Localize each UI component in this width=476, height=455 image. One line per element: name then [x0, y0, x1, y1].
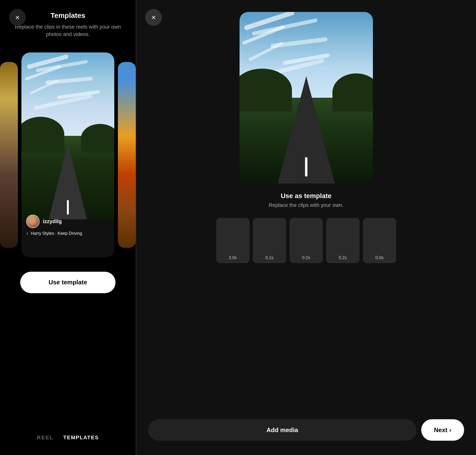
music-text: Harry Styles · Keep Driving — [31, 231, 82, 236]
clip-thumb-3[interactable]: 0.2s — [290, 218, 323, 263]
clip-thumb-5[interactable]: 0.0s — [363, 218, 396, 263]
clip-thumb-2[interactable]: 0.1s — [253, 218, 286, 263]
clip-thumb-4[interactable]: 0.2s — [326, 218, 360, 263]
clip-duration-1: 3.0s — [229, 255, 237, 260]
tab-templates[interactable]: TEMPLATES — [63, 434, 99, 441]
card-left-peek-image — [0, 62, 18, 248]
clip-duration-5: 0.0s — [375, 255, 383, 260]
avatar-image — [27, 215, 39, 228]
clip-thumb-1[interactable]: 3.0s — [216, 218, 250, 263]
next-button[interactable]: Next › — [421, 419, 464, 441]
preview-road-line — [305, 157, 307, 176]
page-subtitle: Replace the clips in these reels with yo… — [0, 23, 136, 38]
add-media-button[interactable]: Add media — [148, 419, 416, 441]
use-template-button[interactable]: Use template — [20, 272, 116, 293]
use-as-template-title: Use as template — [281, 192, 332, 200]
use-as-template-subtitle: Replace the clips with your own. — [269, 202, 343, 208]
avatar — [26, 215, 40, 228]
card-center[interactable]: izzydilg ♪ Harry Styles · Keep Driving — [21, 52, 114, 257]
clip-duration-4: 0.2s — [339, 255, 347, 260]
music-note-icon: ♪ — [26, 231, 28, 236]
card-left-peek[interactable] — [0, 62, 18, 248]
bottom-tabs: REEL TEMPLATES — [37, 434, 99, 441]
road-line — [67, 200, 69, 214]
card-right-peek-image — [118, 62, 136, 248]
card-center-image — [21, 52, 114, 219]
left-panel: × Templates Replace the clips in these r… — [0, 0, 136, 455]
music-row: ♪ Harry Styles · Keep Driving — [26, 231, 82, 236]
preview-card — [239, 12, 373, 184]
clip-duration-2: 0.1s — [265, 255, 273, 260]
clips-strip: 3.0s 0.1s 0.2s 0.2s 0.0s — [216, 218, 396, 263]
tab-reel[interactable]: REEL — [37, 434, 54, 441]
cards-row: izzydilg ♪ Harry Styles · Keep Driving — [0, 48, 136, 262]
page-title: Templates — [50, 11, 85, 20]
next-chevron-icon: › — [449, 426, 452, 434]
bottom-bar: Add media Next › — [148, 419, 464, 441]
card-right-peek[interactable] — [118, 62, 136, 248]
close-button-right[interactable]: × — [145, 9, 162, 26]
close-button-left[interactable]: × — [9, 9, 26, 26]
right-panel: × Use as template Replace the clips with… — [136, 0, 476, 455]
clip-duration-3: 0.2s — [302, 255, 310, 260]
